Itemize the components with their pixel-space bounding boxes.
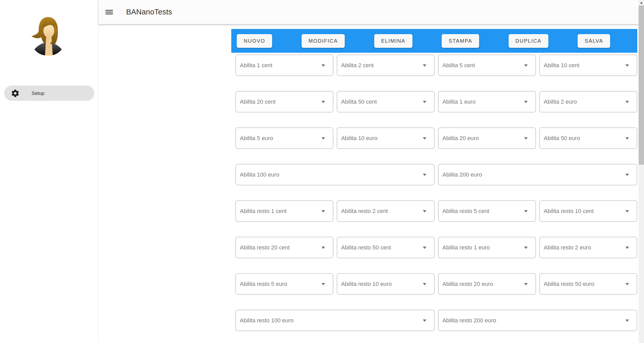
select-abilita-resto-10-cent[interactable]: Abilita resto 10 cent [539, 200, 637, 222]
nuovo-button[interactable]: NUOVO [237, 34, 272, 48]
chevron-down-icon [423, 64, 426, 67]
field-label: Abilita 20 cent [240, 98, 275, 105]
select-abilita-20-euro[interactable]: Abilita 20 euro [438, 127, 536, 149]
sidebar: Setup [0, 0, 98, 343]
select-abilita-1-cent[interactable]: Abilita 1 cent [235, 55, 333, 76]
avatar [31, 16, 65, 56]
chevron-down-icon [625, 101, 629, 103]
field-label: Abilita resto 200 euro [442, 317, 496, 324]
select-abilita-10-cent[interactable]: Abilita 10 cent [539, 55, 637, 76]
chevron-down-icon [625, 283, 629, 285]
chevron-down-icon [524, 101, 528, 103]
chevron-down-icon [321, 247, 325, 249]
scrollbar[interactable] [639, 0, 644, 343]
select-abilita-resto-1-cent[interactable]: Abilita resto 1 cent [235, 200, 333, 222]
field-label: Abilita resto 50 euro [544, 281, 594, 287]
settings-grid: Abilita 1 cent Abilita 2 cent Abilita 5 … [235, 55, 637, 331]
chevron-down-icon [423, 247, 426, 249]
stampa-button[interactable]: STAMPA [442, 34, 479, 48]
chevron-down-icon [625, 210, 629, 212]
field-label: Abilita resto 1 euro [442, 244, 490, 251]
chevron-down-icon [524, 283, 528, 285]
select-abilita-resto-100-euro[interactable]: Abilita resto 100 euro [235, 310, 435, 331]
select-abilita-50-cent[interactable]: Abilita 50 cent [337, 91, 435, 112]
field-label: Abilita resto 10 euro [341, 281, 392, 287]
select-abilita-resto-5-euro[interactable]: Abilita resto 5 euro [235, 273, 333, 295]
scroll-up-icon [640, 2, 643, 4]
field-label: Abilita resto 5 cent [442, 208, 489, 215]
chevron-down-icon [423, 174, 426, 176]
field-label: Abilita 1 cent [240, 62, 272, 69]
field-label: Abilita 10 cent [544, 62, 579, 69]
select-abilita-2-cent[interactable]: Abilita 2 cent [337, 55, 435, 76]
sidebar-item-setup[interactable]: Setup [4, 86, 94, 101]
app-window: Setup BANanoTests NUOVO MODIFICA ELIMINA… [0, 0, 644, 343]
field-label: Abilita resto 10 cent [544, 208, 594, 215]
chevron-down-icon [423, 283, 426, 285]
field-label: Abilita 5 euro [240, 135, 273, 142]
select-abilita-resto-200-euro[interactable]: Abilita resto 200 euro [438, 310, 637, 331]
field-label: Abilita 2 euro [544, 98, 577, 105]
select-abilita-2-euro[interactable]: Abilita 2 euro [539, 91, 637, 112]
field-label: Abilita resto 2 cent [341, 208, 388, 215]
field-label: Abilita resto 1 cent [240, 208, 287, 215]
select-abilita-resto-2-cent[interactable]: Abilita resto 2 cent [337, 200, 435, 222]
select-abilita-resto-5-cent[interactable]: Abilita resto 5 cent [438, 200, 536, 222]
page-title: BANanoTests [126, 8, 172, 16]
select-abilita-5-cent[interactable]: Abilita 5 cent [438, 55, 536, 76]
field-label: Abilita 1 euro [442, 98, 476, 105]
select-abilita-50-euro[interactable]: Abilita 50 euro [539, 127, 637, 149]
chevron-down-icon [321, 64, 325, 67]
salva-button[interactable]: SALVA [578, 34, 610, 48]
field-label: Abilita 2 cent [341, 62, 374, 69]
select-abilita-20-cent[interactable]: Abilita 20 cent [235, 91, 333, 112]
select-abilita-resto-20-cent[interactable]: Abilita resto 20 cent [235, 237, 333, 258]
field-label: Abilita 200 euro [442, 171, 482, 178]
scrollbar-thumb[interactable] [639, 5, 644, 165]
chevron-down-icon [524, 247, 528, 249]
modifica-button[interactable]: MODIFICA [302, 34, 345, 48]
chevron-down-icon [321, 210, 325, 212]
chevron-down-icon [625, 137, 629, 140]
chevron-down-icon [423, 101, 426, 103]
gear-icon [11, 89, 20, 98]
woman-avatar-image [31, 16, 65, 56]
select-abilita-resto-1-euro[interactable]: Abilita resto 1 euro [438, 237, 536, 258]
select-abilita-5-euro[interactable]: Abilita 5 euro [235, 127, 333, 149]
chevron-down-icon [423, 210, 426, 212]
select-abilita-resto-20-euro[interactable]: Abilita resto 20 euro [438, 273, 536, 295]
chevron-down-icon [321, 283, 325, 285]
scroll-up-button[interactable] [639, 0, 644, 5]
field-label: Abilita 50 euro [544, 135, 580, 142]
select-abilita-resto-50-euro[interactable]: Abilita resto 50 euro [539, 273, 637, 295]
select-abilita-1-euro[interactable]: Abilita 1 euro [438, 91, 536, 112]
select-abilita-resto-50-cent[interactable]: Abilita resto 50 cent [337, 237, 435, 258]
field-label: Abilita resto 50 cent [341, 244, 391, 251]
field-label: Abilita resto 100 euro [240, 317, 294, 324]
select-abilita-resto-10-euro[interactable]: Abilita resto 10 euro [337, 273, 435, 295]
chevron-down-icon [625, 64, 629, 67]
chevron-down-icon [423, 319, 426, 322]
sidebar-item-label: Setup [32, 90, 44, 96]
chevron-down-icon [524, 137, 528, 140]
action-toolbar: NUOVO MODIFICA ELIMINA STAMPA DUPLICA SA… [231, 29, 637, 53]
select-abilita-100-euro[interactable]: Abilita 100 euro [235, 164, 435, 185]
chevron-down-icon [524, 210, 528, 212]
select-abilita-200-euro[interactable]: Abilita 200 euro [438, 164, 637, 185]
duplica-button[interactable]: DUPLICA [509, 34, 549, 48]
chevron-down-icon [321, 101, 325, 103]
elimina-button[interactable]: ELIMINA [374, 34, 412, 48]
field-label: Abilita 20 euro [442, 135, 479, 142]
select-abilita-resto-2-euro[interactable]: Abilita resto 2 euro [539, 237, 637, 258]
field-label: Abilita resto 5 euro [240, 281, 287, 287]
field-label: Abilita 5 cent [442, 62, 475, 69]
menu-icon[interactable] [105, 10, 113, 14]
chevron-down-icon [625, 174, 629, 176]
field-label: Abilita 50 cent [341, 98, 377, 105]
field-label: Abilita 100 euro [240, 171, 279, 178]
chevron-down-icon [423, 137, 426, 140]
field-label: Abilita resto 2 euro [544, 244, 591, 251]
field-label: Abilita resto 20 cent [240, 244, 290, 251]
select-abilita-10-euro[interactable]: Abilita 10 euro [337, 127, 435, 149]
chevron-down-icon [524, 64, 528, 67]
